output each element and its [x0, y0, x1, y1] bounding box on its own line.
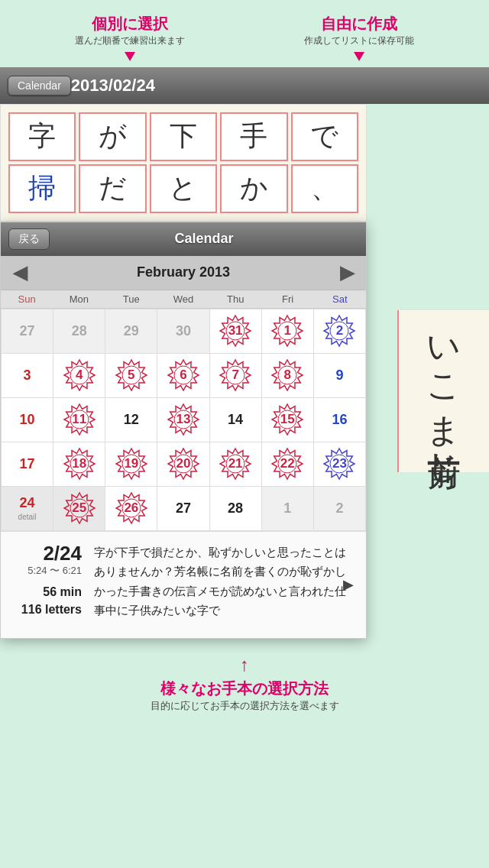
next-month-button[interactable]: ▶	[340, 262, 354, 283]
cal-cell[interactable]: 26	[105, 487, 157, 531]
cal-cell[interactable]: 19	[105, 442, 157, 487]
annot-right-arrow	[354, 52, 364, 61]
annot-right: 自由に作成 作成してリストに保存可能	[304, 14, 414, 47]
cal-cell[interactable]: 9	[314, 354, 366, 398]
cal-cell[interactable]: 8	[262, 354, 314, 398]
cal-cell[interactable]: 10	[2, 398, 53, 442]
cal-cell[interactable]: 28	[53, 309, 105, 354]
annot-right-sub: 作成してリストに保存可能	[304, 34, 414, 47]
right-kanji-char: じ	[426, 429, 462, 468]
cal-cell[interactable]: 22	[262, 442, 314, 487]
annot-left-sub: 選んだ順番で練習出来ます	[75, 34, 185, 47]
cal-cell[interactable]: 16	[314, 398, 366, 442]
cal-cell[interactable]: 4	[53, 354, 105, 398]
detail-stats: 56 min 116 letters	[13, 584, 82, 618]
detail-date: 2/24	[13, 542, 82, 565]
detail-duration: 56 min	[13, 584, 82, 601]
cal-cell[interactable]: 25	[53, 487, 105, 531]
kanji-cell[interactable]: か	[220, 164, 287, 213]
cal-cell[interactable]: 12	[105, 398, 157, 442]
kanji-cell[interactable]: 下	[150, 112, 217, 161]
cal-cell[interactable]: 24detail	[2, 487, 53, 531]
cal-cell[interactable]: 17	[2, 442, 53, 487]
detail-left: 2/24 5:24 〜 6:21 56 min 116 letters	[13, 542, 82, 627]
cal-cell[interactable]: 18	[53, 442, 105, 487]
kanji-cell[interactable]: が	[79, 112, 146, 161]
top-arrows	[0, 50, 489, 61]
detail-label: detail	[18, 513, 37, 521]
cal-day-headers: SunMonTueWedThuFriSat	[1, 290, 366, 309]
kanji-cell[interactable]: 、	[291, 164, 358, 213]
bottom-arrow-up: ↑	[240, 654, 249, 675]
right-kanji-char: こ	[426, 353, 462, 391]
detail-forward-arrow[interactable]: ▶	[343, 576, 354, 593]
day-header-wed: Wed	[157, 290, 209, 308]
bottom-annotation: ↑ 様々なお手本の選択方法 目的に応じてお手本の選択方法を選べます	[0, 639, 489, 721]
annot-right-title: 自由に作成	[304, 14, 414, 34]
detail-time: 5:24 〜 6:21	[13, 564, 82, 578]
cal-cell[interactable]: 29	[105, 309, 157, 354]
day-header-tue: Tue	[105, 290, 157, 308]
detail-panel: 2/24 5:24 〜 6:21 56 min 116 letters 字が下手…	[1, 531, 366, 638]
cal-cell[interactable]: 1	[262, 309, 314, 354]
detail-right[interactable]: 字が下手で損だとか、恥ずかしいと思ったことはありませんか？芳名帳に名前を書くのが…	[94, 542, 354, 627]
cal-cell[interactable]: 2	[314, 309, 366, 354]
bottom-annot-sub: 目的に応じてお手本の選択方法を選べます	[15, 699, 474, 713]
cal-back-button[interactable]: 戻る	[8, 228, 50, 250]
cal-cell[interactable]: 13	[157, 398, 209, 442]
right-kanji-char: ま	[426, 391, 462, 429]
practice-area: 字が下手で掃だとか、	[0, 104, 367, 222]
cal-grid[interactable]: 2728293031123456789101112131415161718192…	[1, 309, 366, 531]
kanji-cell[interactable]: で	[291, 112, 358, 161]
calendar-overlay: 戻る Calendar ◀ February 2013 ▶ SunMonTueW…	[0, 222, 367, 639]
day-header-sun: Sun	[1, 290, 53, 308]
cal-cell[interactable]: 20	[157, 442, 209, 487]
right-panel: いこま芳前じ	[397, 310, 489, 472]
cal-cell[interactable]: 31	[210, 309, 262, 354]
cal-cell[interactable]: 27	[157, 487, 209, 531]
cal-cell[interactable]: 27	[2, 309, 53, 354]
day-header-sat: Sat	[314, 290, 366, 308]
kanji-cell[interactable]: 字	[8, 112, 76, 161]
cal-navbar: 戻る Calendar	[1, 222, 366, 256]
cal-cell[interactable]: 23	[314, 442, 366, 487]
detail-letters: 116 letters	[13, 601, 82, 618]
calendar-back-button[interactable]: Calendar	[8, 76, 71, 96]
prev-month-button[interactable]: ◀	[13, 262, 27, 283]
cal-cell[interactable]: 11	[53, 398, 105, 442]
day-header-fri: Fri	[261, 290, 313, 308]
cal-cell[interactable]: 15	[262, 398, 314, 442]
cal-cell[interactable]: 28	[210, 487, 262, 531]
main-col: 字が下手で掃だとか、 戻る Calendar ◀ February 2013 ▶…	[0, 104, 367, 639]
cal-month-row: ◀ February 2013 ▶	[1, 256, 366, 290]
annot-left-arrow	[125, 52, 135, 61]
kanji-cell[interactable]: だ	[79, 164, 146, 213]
month-title: February 2013	[137, 264, 230, 280]
kanji-cell[interactable]: 手	[220, 112, 287, 161]
bottom-annot-title: 様々なお手本の選択方法	[15, 679, 474, 699]
annot-left-title: 個別に選択	[75, 14, 185, 34]
cal-cell[interactable]: 6	[157, 354, 209, 398]
cal-title: Calendar	[50, 231, 358, 247]
cal-cell[interactable]: 5	[105, 354, 157, 398]
cal-cell[interactable]: 7	[210, 354, 262, 398]
cal-cell[interactable]: 30	[157, 309, 209, 354]
navbar-date: 2013/02/24	[71, 76, 155, 96]
kanji-cell[interactable]: 掃	[8, 164, 76, 213]
annot-left: 個別に選択 選んだ順番で練習出来ます	[75, 14, 185, 47]
right-kanji-char: い	[426, 315, 462, 353]
kanji-cell[interactable]: と	[150, 164, 217, 213]
top-navbar: Calendar 2013/02/24	[0, 67, 489, 104]
cal-cell[interactable]: 14	[210, 398, 262, 442]
day-header-thu: Thu	[209, 290, 261, 308]
cal-cell[interactable]: 1	[262, 487, 314, 531]
detail-text: 字が下手で損だとか、恥ずかしいと思ったことはありませんか？芳名帳に名前を書くのが…	[94, 542, 354, 620]
top-annotations: 個別に選択 選んだ順番で練習出来ます 自由に作成 作成してリストに保存可能	[0, 0, 489, 47]
main-area: 字が下手で掃だとか、 戻る Calendar ◀ February 2013 ▶…	[0, 104, 489, 639]
cal-cell[interactable]: 2	[314, 487, 366, 531]
cal-cell[interactable]: 21	[210, 442, 262, 487]
day-header-mon: Mon	[53, 290, 105, 308]
cal-cell[interactable]: 3	[2, 354, 53, 398]
